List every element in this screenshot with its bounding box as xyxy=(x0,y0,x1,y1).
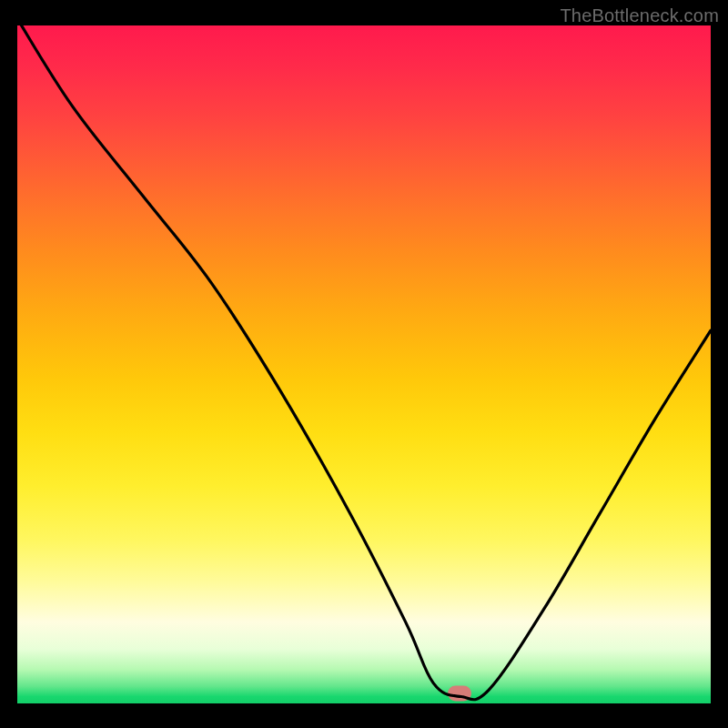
bottleneck-curve xyxy=(17,25,711,703)
curve-path xyxy=(17,25,711,700)
chart-frame: TheBottleneck.com xyxy=(0,0,728,728)
plot-area xyxy=(17,25,711,703)
watermark-text: TheBottleneck.com xyxy=(560,5,719,26)
